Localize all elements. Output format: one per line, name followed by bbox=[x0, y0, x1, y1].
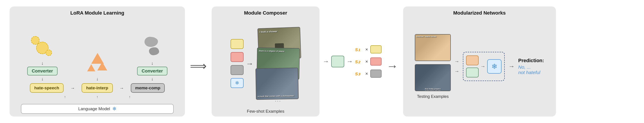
score-row-3: s₃ × bbox=[355, 70, 382, 78]
score-x-1: × bbox=[365, 47, 368, 52]
meme-text-1: i took a shower bbox=[258, 29, 279, 34]
composer-title: Module Composer bbox=[244, 10, 287, 16]
gray-blobs bbox=[140, 35, 165, 60]
language-model-bar: Language Model ❄ bbox=[21, 104, 174, 114]
meme-text-4: a truck that comes with a dishwasher! bbox=[256, 94, 296, 99]
score-x-2: × bbox=[365, 59, 368, 64]
scores-section: → → s₁ × s₂ × s₃ × bbox=[323, 45, 382, 78]
score-row-2: s₂ × bbox=[355, 57, 382, 66]
composer-rect-stack: ❄ bbox=[230, 39, 244, 88]
yellow-rect bbox=[230, 39, 244, 49]
test-meme-1: sunrise / warm tones bbox=[415, 34, 451, 61]
yellow-circles bbox=[30, 35, 54, 60]
networks-panel: Modularized Networks sunrise / warm tone… bbox=[403, 6, 556, 117]
score-rect-salmon bbox=[370, 57, 382, 66]
score-rect-yellow bbox=[370, 45, 382, 53]
frozen-snowflake: ❄ bbox=[487, 59, 502, 74]
net-green-rect bbox=[466, 68, 478, 77]
testing-label: Testing Examples bbox=[417, 94, 449, 99]
net-result-rects bbox=[466, 55, 478, 77]
converter-box-1: Converter bbox=[27, 67, 57, 75]
down-arrow-1: ↓ bbox=[41, 61, 43, 66]
meme-text-2: there is a religion of peace bbox=[258, 49, 286, 53]
orange-triangles bbox=[85, 51, 110, 75]
test-meme-2: first friday prayers of the islamic holy… bbox=[415, 64, 451, 91]
score-rect-gray bbox=[370, 70, 382, 78]
arrow-to-green: → bbox=[323, 58, 329, 65]
snowflake-rect: ❄ bbox=[230, 78, 244, 88]
down-arrow-2: ↓ bbox=[41, 76, 43, 82]
few-shot-label: Few-shot Examples bbox=[247, 109, 284, 114]
scores-area: s₁ × s₂ × s₃ × bbox=[355, 45, 382, 78]
test-arrows: → → bbox=[454, 59, 459, 74]
arrow-to-prediction: → bbox=[508, 63, 514, 70]
big-arrow-2: → bbox=[385, 59, 400, 73]
prediction-text: No, ... not hateful bbox=[518, 64, 540, 75]
green-result-rect bbox=[331, 56, 344, 67]
score-row-1: s₁ × bbox=[355, 45, 382, 53]
hate-speech-module: hate-speech bbox=[30, 83, 64, 93]
snowflake-icon-composer: ❄ bbox=[235, 80, 239, 86]
prediction-label: Prediction: bbox=[518, 58, 544, 64]
big-arrow-1: ⟹ bbox=[188, 59, 208, 73]
meme-comp-module: meme-comp bbox=[131, 83, 165, 93]
main-container: LoRA Module Learning ↓ Converter ↓ bbox=[5, 3, 639, 120]
converter-box-2: Converter bbox=[137, 67, 167, 75]
hate-interp-module: hate-interp bbox=[82, 83, 112, 93]
meme-stack: i took a shower there is a religion of p… bbox=[256, 28, 301, 100]
composer-inner: ❄ → i took a shower bbox=[230, 19, 301, 108]
prediction-box: Prediction: No, ... not hateful bbox=[518, 58, 544, 75]
networks-inner: sunrise / warm tones first friday prayer… bbox=[415, 19, 544, 114]
module-row: hate-speech → hate-interp → meme-comp bbox=[14, 83, 180, 93]
frozen-net-box: → ❄ bbox=[463, 52, 505, 81]
warm-rect bbox=[466, 55, 478, 65]
gray-rect bbox=[230, 65, 244, 75]
snowflake-icon-lang: ❄ bbox=[112, 106, 116, 112]
meme-card-3: a truck that comes with a dishwasher! bbox=[256, 68, 299, 100]
lora-title: LoRA Module Learning bbox=[14, 10, 180, 16]
networks-title: Modularized Networks bbox=[453, 10, 506, 16]
composer-arrow: → bbox=[246, 59, 254, 68]
dots-indicator: ··· bbox=[275, 98, 282, 104]
score-s1: s₁ bbox=[355, 46, 363, 53]
arrow-to-scores: → bbox=[346, 58, 353, 65]
lang-model-label: Language Model bbox=[78, 106, 110, 111]
test-examples-col: sunrise / warm tones first friday prayer… bbox=[415, 34, 451, 99]
composer-panel: Module Composer ❄ → bbox=[212, 6, 320, 117]
snowflake-icon-net: ❄ bbox=[492, 62, 498, 71]
score-s2: s₂ bbox=[355, 58, 363, 65]
score-x-3: × bbox=[365, 71, 368, 76]
salmon-rect bbox=[230, 52, 244, 62]
lora-panel: LoRA Module Learning ↓ Converter ↓ bbox=[10, 6, 185, 117]
score-s3: s₃ bbox=[355, 70, 363, 77]
